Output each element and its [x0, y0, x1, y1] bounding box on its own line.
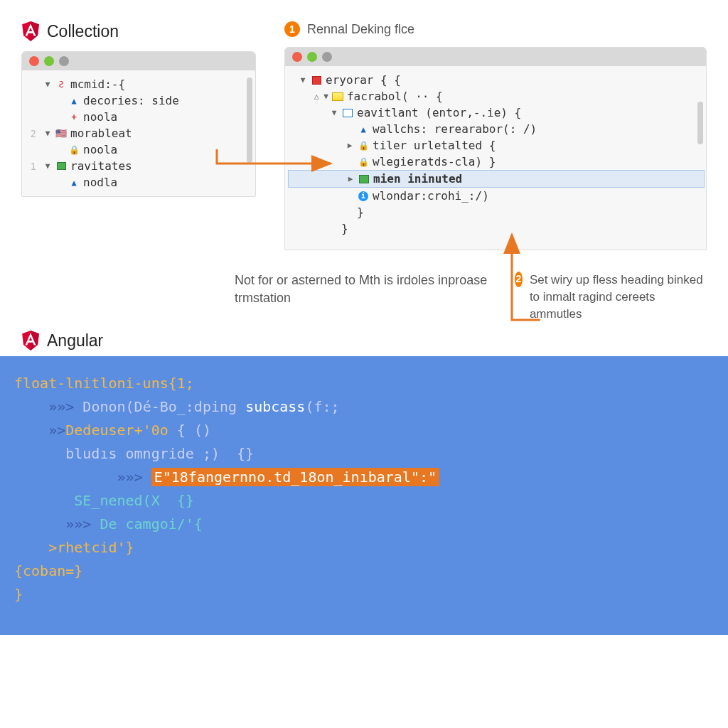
lock-icon: 🔒	[358, 157, 369, 167]
left-heading-text: Collection	[47, 22, 119, 41]
disclosure-triangle-icon[interactable]: ▶	[346, 174, 355, 183]
tree-row[interactable]: △ ▼facrabol( ·· {	[289, 88, 703, 105]
tree-row[interactable]: }	[289, 204, 703, 220]
step-1-badge: 1	[284, 21, 300, 37]
step-1-label: Rennal Deking flce	[307, 22, 414, 37]
tree-row[interactable]: ▶mien ininuted	[288, 170, 705, 188]
tree-label: ravitates	[70, 159, 132, 173]
code-line: »»> De camgoi/'{	[14, 513, 714, 536]
tree-label: wallchs: rerearabor(: /)	[373, 122, 537, 136]
scrollbar[interactable]	[247, 77, 252, 163]
blank-icon	[342, 208, 353, 218]
tree-row[interactable]: ▲wallchs: rerearabor(: /)	[289, 121, 703, 137]
mid-heading: Angular	[21, 331, 728, 350]
angular-shield-icon	[21, 21, 40, 41]
close-icon[interactable]	[292, 52, 302, 62]
code-line: float-lnitloni-uns{1;	[14, 372, 714, 395]
tree-label: mien ininuted	[373, 172, 462, 186]
tree-label: mcmid:-{	[70, 77, 125, 91]
folder-icon	[332, 92, 343, 102]
tree-label: wlondar:crohi_:/)	[373, 189, 489, 203]
class-icon: ▲	[68, 178, 80, 188]
tree-row[interactable]: iwlondar:crohi_:/)	[289, 188, 703, 204]
step-2-badge: 2	[515, 272, 523, 287]
tree-label: wlegieratds-cla) }	[373, 155, 496, 168]
close-icon[interactable]	[29, 56, 39, 66]
code-line: {coban=}	[14, 560, 714, 583]
tree-row[interactable]: ▼eryorar { {	[289, 72, 703, 88]
mid-heading-text: Angular	[47, 331, 103, 350]
tree-label: nodla	[83, 176, 117, 189]
caption-right: 2 Set wiry up fless heading binked to in…	[515, 272, 707, 322]
tree-label: noola	[83, 143, 117, 156]
zoom-icon[interactable]	[59, 56, 69, 66]
code-line: »»> E"18fangernno.td_18on_inıbaral":"	[14, 466, 714, 489]
info-icon: i	[358, 191, 369, 201]
zoom-icon[interactable]	[322, 52, 332, 62]
right-tree[interactable]: ▼eryorar { {△ ▼facrabol( ·· {▼eavitlant …	[285, 66, 706, 250]
s-icon: Ƨ	[55, 80, 67, 90]
tree-label: }	[357, 205, 364, 219]
file-icon	[342, 108, 353, 118]
tree-label: eavitlant (entor,-.ie) {	[357, 106, 521, 119]
scrollbar[interactable]	[697, 102, 703, 144]
minimize-icon[interactable]	[307, 52, 317, 62]
tree-row[interactable]: 2▼🇺🇸morableat	[26, 125, 252, 141]
tree-row[interactable]: }	[289, 220, 703, 237]
step-2-text: Set wiry up fless heading binked to inma…	[530, 272, 707, 322]
tree-row[interactable]: ▲decories: side	[26, 92, 252, 109]
tree-label: morableat	[70, 127, 132, 140]
right-tree-window: ▼eryorar { {△ ▼facrabol( ·· {▼eavitlant …	[284, 47, 707, 250]
code-line: »>Dedeuser+'0o { ()	[14, 419, 714, 442]
caption-left: Not for or asterned to Mth is irdoles in…	[21, 272, 493, 322]
disclosure-triangle-icon[interactable]: ▼	[299, 75, 307, 85]
disclosure-triangle-icon[interactable]: ▼	[43, 80, 52, 89]
class-icon: ▲	[68, 96, 80, 106]
lock-icon: 🔒	[358, 141, 369, 151]
window-titlebar	[285, 48, 706, 66]
tree-row[interactable]: ▼Ƨmcmid:-{	[26, 76, 252, 92]
tree-label: eryorar { {	[326, 73, 401, 87]
plus-icon: +	[68, 112, 80, 122]
lock-icon: 🔒	[68, 145, 80, 155]
disclosure-triangle-icon[interactable]: ▼	[43, 129, 52, 138]
tree-row[interactable]: 🔒wlegieratds-cla) }	[289, 154, 703, 170]
tree-row[interactable]: ▼eavitlant (entor,-.ie) {	[289, 105, 703, 121]
code-line: }	[14, 583, 714, 606]
tree-row[interactable]: +noola	[26, 109, 252, 125]
class-icon: ▲	[358, 124, 369, 134]
tree-label: facrabol( ·· {	[347, 90, 443, 103]
blank-icon	[326, 224, 338, 234]
error-icon	[311, 75, 322, 85]
tree-label: decories: side	[83, 94, 179, 107]
disclosure-triangle-icon[interactable]: ▶	[346, 141, 354, 150]
tree-label: }	[341, 222, 348, 235]
tree-row[interactable]: ▲nodla	[26, 174, 252, 191]
tree-label: noola	[83, 110, 117, 124]
angular-shield-icon	[21, 331, 40, 350]
right-heading: 1 Rennal Deking flce	[284, 21, 707, 37]
tree-row[interactable]: ▶🔒tiler urletalted {	[289, 137, 703, 154]
gutter: 2	[26, 128, 36, 139]
code-line: bludıs omngride ;) {}	[14, 442, 714, 466]
tree-row[interactable]: 🔒noola	[26, 141, 252, 158]
tree-label: tiler urletalted {	[373, 139, 496, 152]
module-icon	[55, 161, 67, 171]
gutter: 1	[26, 161, 36, 172]
left-tree-window: ▼Ƨmcmid:-{▲decories: side+noola2▼🇺🇸morab…	[21, 51, 256, 197]
code-panel[interactable]: float-lnitloni-uns{1; »»> Donon(Dé-Bo_:d…	[0, 356, 728, 635]
disclosure-triangle-icon[interactable]: △ ▼	[314, 92, 328, 101]
left-tree[interactable]: ▼Ƨmcmid:-{▲decories: side+noola2▼🇺🇸morab…	[22, 70, 255, 196]
code-line: »»> Donon(Dé-Bo_:dping subcass(f:;	[14, 395, 714, 419]
code-line: SE_nened(X {}	[14, 489, 714, 513]
tree-row[interactable]: 1▼ravitates	[26, 158, 252, 174]
left-heading: Collection	[21, 21, 256, 41]
flag-icon: 🇺🇸	[55, 129, 67, 139]
tag-icon	[358, 174, 370, 184]
window-titlebar	[22, 52, 255, 70]
code-line: >rhetcid'}	[14, 536, 714, 560]
disclosure-triangle-icon[interactable]: ▼	[43, 161, 52, 171]
disclosure-triangle-icon[interactable]: ▼	[330, 108, 338, 117]
minimize-icon[interactable]	[44, 56, 54, 66]
